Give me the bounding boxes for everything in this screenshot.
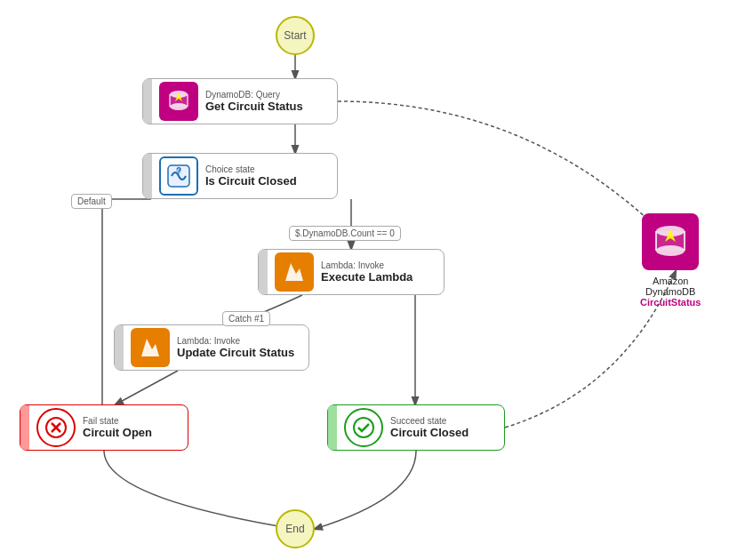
execute-lambda-text: Lambda: Invoke Execute Lambda [321,260,420,284]
count-zero-label: $.DynamoDB.Count == 0 [289,226,401,241]
dynamodb-query-top: DynamoDB: Query [205,90,303,100]
fail-icon [36,408,76,447]
node-sep [143,154,152,198]
default-label: Default [71,194,112,209]
execute-lambda-node[interactable]: Lambda: Invoke Execute Lambda [258,249,445,295]
choice-state-top: Choice state [205,164,297,174]
node-sep [115,325,124,370]
fail-state-main: Circuit Open [83,426,152,439]
diagram-container: Start DynamoDB: Query Get Circuit Status [0,0,753,560]
succeed-state-node[interactable]: Succeed state Circuit Closed [327,404,505,451]
dynamo-side-icon [642,213,699,270]
end-label: End [285,523,304,535]
start-label: Start [284,29,306,42]
start-node: Start [276,16,315,55]
update-circuit-main: Update Circuit Status [177,346,294,359]
end-node: End [276,509,315,548]
choice-state-main: Is Circuit Closed [205,174,297,188]
succeed-state-top: Succeed state [390,416,469,426]
execute-lambda-top: Lambda: Invoke [321,260,413,270]
execute-lambda-main: Execute Lambda [321,270,413,284]
dynamodb-query-text: DynamoDB: Query Get Circuit Status [205,90,310,113]
svg-text:?: ? [176,166,181,176]
dynamo-side-label: Amazon DynamoDB CircuitStatus [640,276,701,308]
fail-state-node[interactable]: Fail state Circuit Open [20,404,188,451]
dynamo-label2: DynamoDB [640,286,701,297]
catch-text: Catch #1 [228,314,264,324]
dynamo-side-resource: Amazon DynamoDB CircuitStatus [640,213,701,308]
fail-state-text: Fail state Circuit Open [83,416,159,439]
default-text: Default [77,196,106,206]
succeed-state-main: Circuit Closed [390,426,469,439]
dynamo-label3: CircuitStatus [640,297,701,308]
choice-icon: ? [159,156,198,196]
svg-line-4 [116,371,178,404]
node-sep [328,405,337,450]
execute-lambda-icon [275,252,314,292]
dynamo-label1: Amazon [640,276,701,286]
svg-point-7 [170,103,188,110]
svg-point-16 [354,418,373,437]
succeed-icon [344,408,383,447]
node-sep [20,405,29,450]
node-sep [143,79,152,124]
svg-point-19 [656,245,685,256]
dynamo-query-icon [159,82,198,121]
choice-state-text: Choice state Is Circuit Closed [205,164,304,188]
count-zero-text: $.DynamoDB.Count == 0 [295,228,395,238]
fail-state-top: Fail state [83,416,152,426]
update-circuit-text: Lambda: Invoke Update Circuit Status [177,336,301,359]
dynamodb-query-main: Get Circuit Status [205,100,303,113]
choice-state-node[interactable]: ? Choice state Is Circuit Closed [142,153,338,199]
update-circuit-top: Lambda: Invoke [177,336,294,346]
succeed-state-text: Succeed state Circuit Closed [390,416,476,439]
catch-label: Catch #1 [222,311,270,326]
dynamodb-query-node[interactable]: DynamoDB: Query Get Circuit Status [142,78,338,124]
node-sep [259,250,268,294]
update-circuit-icon [131,328,170,367]
update-circuit-node[interactable]: Lambda: Invoke Update Circuit Status [114,324,309,371]
